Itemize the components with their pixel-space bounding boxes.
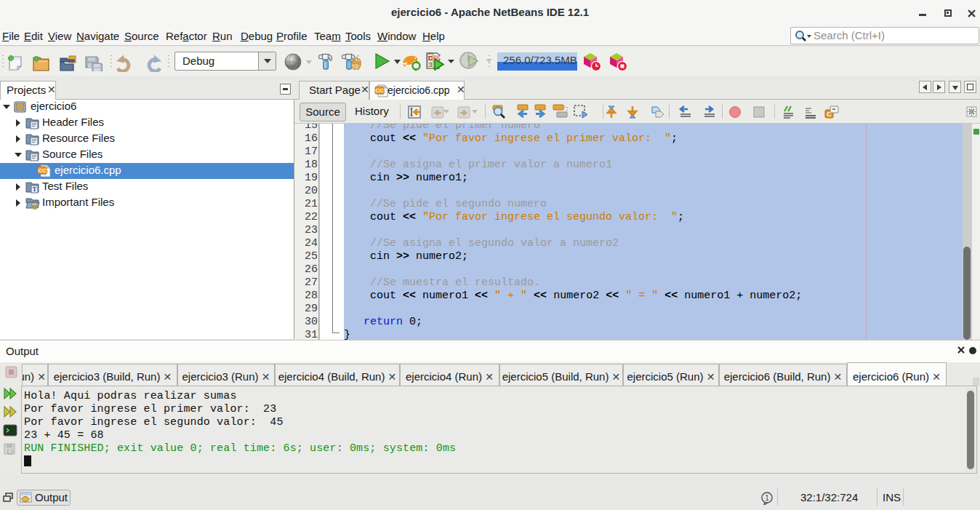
svg-text:3: 3 [428, 62, 432, 69]
svg-text:CC: CC [375, 87, 384, 94]
svg-text:1: 1 [765, 494, 769, 502]
svg-text:T: T [32, 186, 36, 193]
svg-text:CC: CC [38, 167, 47, 174]
